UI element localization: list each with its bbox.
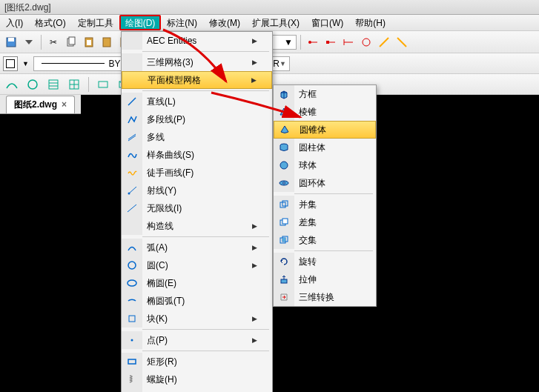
cut-icon[interactable]: ✂ [45, 34, 62, 50]
menu-8[interactable]: 帮助(H) [349, 15, 391, 30]
menu-item[interactable]: 无限线(I) [122, 199, 272, 217]
menu-item[interactable]: 点(P)▶ [122, 331, 272, 349]
document-tab[interactable]: 图纸2.dwg × [6, 96, 75, 113]
submenu-item[interactable]: 球体 [274, 156, 376, 174]
drop-icon[interactable] [21, 34, 37, 50]
menu-item[interactable]: 徒手画线(F) [122, 164, 272, 182]
hatch-icon[interactable] [44, 76, 62, 93]
menu-icon [122, 256, 142, 274]
submenu-item[interactable]: 交集 [274, 231, 376, 249]
rect-icon[interactable] [94, 76, 112, 93]
menu-0[interactable]: 入(I) [0, 15, 29, 30]
submenu-item[interactable]: 三维转换 [274, 288, 376, 306]
arc1-icon[interactable] [3, 76, 21, 93]
submenu-item[interactable]: 并集 [274, 196, 376, 213]
dim1-icon[interactable] [340, 34, 357, 50]
menu-item[interactable]: 圆(C)▶ [122, 256, 272, 274]
menu-item[interactable]: 椭圆(E) [122, 274, 272, 292]
menu-item[interactable]: 三维网格(3)▶ [122, 53, 272, 71]
svg-rect-41 [128, 359, 136, 364]
menu-3[interactable]: 绘图(D) [119, 15, 162, 30]
menu-icon [122, 292, 142, 310]
submenu-arrow-icon: ▶ [252, 262, 257, 269]
menu-item[interactable]: 直线(L) [122, 93, 272, 110]
svg-rect-6 [103, 38, 110, 47]
menu-item[interactable]: 构造线▶ [122, 217, 272, 235]
chevron-down-icon[interactable]: ▼ [22, 60, 29, 67]
svg-line-16 [397, 38, 406, 47]
menu-icon [122, 164, 142, 182]
menu-icon [122, 274, 142, 292]
submenu-arrow-icon: ▶ [252, 244, 257, 251]
menu-item[interactable]: 多段线(P) [122, 110, 272, 128]
submenu-item[interactable]: 棱锥 [274, 103, 376, 121]
menu-item[interactable]: 平面模型网格▶ [122, 71, 272, 89]
menu-4[interactable]: 标注(N) [161, 15, 203, 30]
submenu-item[interactable]: 方框 [274, 85, 376, 103]
clipboard-icon[interactable] [99, 34, 115, 50]
node1-icon[interactable] [305, 34, 321, 50]
submenu-item[interactable]: 圆锥体 [274, 121, 376, 139]
menu-label: 圆环体 [294, 177, 376, 190]
menu-icon [122, 217, 142, 235]
color-picker[interactable] [3, 56, 18, 71]
svg-line-15 [380, 38, 388, 47]
toolbar-separator [300, 35, 301, 50]
menu-label: 弧(A) [142, 242, 252, 254]
menu-icon [274, 174, 294, 192]
svg-line-34 [129, 187, 136, 193]
svg-rect-24 [99, 82, 108, 87]
menu-separator [142, 236, 269, 237]
dim4-icon[interactable] [394, 34, 410, 50]
submenu-item[interactable]: 圆柱体 [274, 139, 376, 156]
close-icon[interactable]: × [62, 99, 67, 110]
copy-icon[interactable] [63, 34, 79, 50]
chevron-down-icon: ▼ [280, 60, 286, 67]
menu-label: 无限线(I) [142, 202, 257, 215]
menu-icon [274, 253, 294, 270]
menu-item[interactable]: 椭圆弧(T) [122, 292, 272, 310]
menu-label: 块(K) [142, 313, 252, 325]
dim3-icon[interactable] [376, 34, 392, 50]
menu-item[interactable]: AEC Entities▶ [122, 32, 272, 50]
submenu-item[interactable]: 旋转 [274, 253, 376, 270]
menu-item[interactable]: 样条曲线(S) [122, 146, 272, 164]
menu-1[interactable]: 格式(O) [29, 15, 71, 30]
menu-item[interactable]: 螺旋(H) [122, 371, 272, 388]
submenu-arrow-icon: ▶ [252, 222, 257, 230]
dim2-icon[interactable] [358, 34, 374, 50]
grid-icon[interactable] [65, 76, 83, 93]
submenu-item[interactable]: 差集 [274, 213, 376, 231]
menu-label: 三维转换 [294, 291, 376, 304]
menu-6[interactable]: 扩展工具(X) [246, 15, 305, 30]
menu-icon [122, 182, 142, 199]
menu-2[interactable]: 定制工具 [72, 15, 119, 30]
submenu-item[interactable]: 拉伸 [274, 270, 376, 288]
paste-icon[interactable] [81, 34, 97, 50]
node2-icon[interactable] [323, 34, 339, 50]
menu-item[interactable]: 多边形(G) [122, 388, 272, 392]
menu-item[interactable]: 射线(Y) [122, 182, 272, 199]
circle-icon[interactable] [24, 76, 42, 93]
menu-icon [122, 239, 142, 256]
menu-item[interactable]: 多线 [122, 128, 272, 146]
menu-item[interactable]: 矩形(R) [122, 353, 272, 371]
menu-5[interactable]: 修改(M) [203, 15, 246, 30]
menu-label: AEC Entities [142, 36, 252, 46]
menu-7[interactable]: 窗口(W) [305, 15, 349, 30]
svg-rect-53 [281, 279, 287, 283]
menu-label: 多段线(P) [142, 113, 257, 126]
menu-label: 差集 [294, 216, 376, 229]
menu-separator [294, 193, 373, 194]
menu-item[interactable]: 块(K)▶ [122, 310, 272, 328]
save-icon[interactable] [3, 34, 19, 50]
tab-label: 图纸2.dwg [14, 99, 57, 111]
menu-item[interactable]: 弧(A)▶ [122, 239, 272, 256]
menu-label: 样条曲线(S) [142, 149, 257, 162]
menu-label: 点(P) [142, 334, 252, 347]
menu-label: 拉伸 [294, 273, 376, 286]
menu-icon [274, 231, 294, 249]
submenu-item[interactable]: 圆环体 [274, 174, 376, 192]
mesh-submenu: 方框棱锥圆锥体圆柱体球体圆环体并集差集交集旋转拉伸三维转换 [273, 84, 377, 307]
menu-icon [122, 32, 142, 50]
